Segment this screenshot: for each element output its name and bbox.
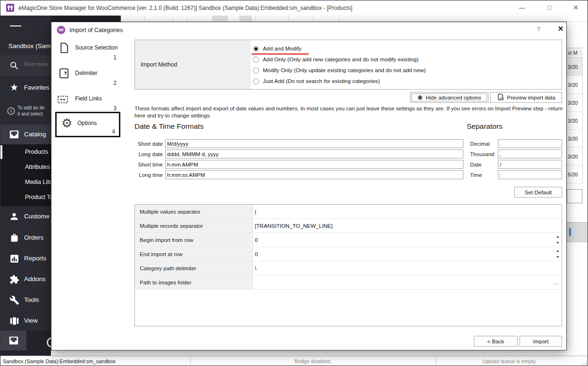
spinner-down-icon[interactable] [556,242,559,244]
status-bridge: Bridge disabled. [191,356,436,366]
sidebar-item-addons[interactable]: Addons [0,269,51,290]
preview-import-data-button[interactable]: Preview import data [490,92,562,103]
sidebar-item-products[interactable]: Products [25,149,48,155]
sidebar-bottom-bar [0,331,51,356]
time-separator-input[interactable] [498,170,562,179]
radio-icon [253,78,259,84]
radio-icon [253,57,259,63]
thousand-separator-input[interactable] [498,150,562,158]
sidebar-connection-label: Sandbox (Sam [8,42,50,50]
shopping-bag-icon [8,232,20,243]
back-button[interactable]: < Back [474,336,518,347]
sidebar-item-view[interactable]: View [0,311,51,332]
short-time-input[interactable] [165,160,463,169]
sidebar-item-product-tags[interactable]: Product Ta [25,194,51,200]
import-method-label-cell: Import Method [135,40,251,89]
step-delimiter[interactable]: Delimiter 2 [56,67,121,89]
options-description-line1: These formats affect import and export o… [134,105,564,111]
person-icon [8,211,20,222]
catalog-icon [8,129,20,140]
bar-chart-icon [8,253,20,264]
grid-column-header: st M [567,48,583,58]
spinner-up-icon[interactable] [556,250,559,252]
radio-modify-only[interactable]: Modify Only (Only update existing catego… [253,65,426,75]
dialog-logo-icon [57,25,66,36]
end-import-row-value[interactable]: 0 [255,247,258,261]
import-options-table: Multiple values separator | Multiple rec… [134,204,562,326]
grid-row[interactable]: 3/20 [567,76,582,94]
import-button[interactable]: Import [520,336,562,347]
asterisk-icon: ✱ [417,94,423,101]
hide-advanced-options-button[interactable]: ✱ Hide advanced options [410,92,488,103]
category-path-delimiter-value[interactable]: \ [255,261,256,275]
multiple-records-separator-value[interactable]: [TRANSITION_TO_NEW_LINE] [255,219,333,233]
import-categories-dialog: Import of Categories ? ✕ Source Selectio… [51,22,567,350]
radio-add-and-modify[interactable]: Add and Modify [253,43,302,54]
step-options[interactable]: ⚙ Options 4 [55,112,120,137]
time-separator-label: Time [470,172,482,178]
browse-button[interactable]: ... [553,275,558,290]
grid-row[interactable]: 3/20 [567,94,582,112]
sidebar-item-customers[interactable]: Custome [0,206,51,228]
table-row: Path to images folder ... [135,275,562,290]
sidebar-catalog-submenu: Products Attributes Media Libr Product T… [0,144,51,206]
date-separator-input[interactable] [498,160,562,169]
sidebar-item-orders[interactable]: Orders [0,228,51,249]
long-date-input[interactable] [165,150,463,158]
radio-add-only[interactable]: Add Only (Only add new categories and do… [253,54,419,65]
radio-just-add[interactable]: Just Add (Do not search for existing cat… [253,76,380,86]
table-row: Category path delimiter \ [135,261,562,275]
radio-icon [253,67,259,74]
multiple-values-separator-value[interactable]: | [255,205,256,219]
set-default-button[interactable]: Set Default [514,187,562,198]
thousand-separator-label: Thousand [470,151,495,157]
sidebar-favorites-hint: To add an ite it and select [0,100,51,123]
hamburger-menu-icon[interactable] [10,20,21,32]
status-connection: Sandbox (Sample Data):Embedded:sm_sandbo… [0,356,191,366]
dialog-close-button[interactable]: ✕ [555,25,566,33]
gear-icon: ⚙ [61,117,72,129]
sidebar-search[interactable] [0,55,51,76]
grid-row[interactable]: 3/20 [567,148,582,166]
maximize-button[interactable]: □ [538,0,560,15]
grid-row[interactable]: 3/20 [567,130,582,148]
dialog-title: Import of Categories [69,27,123,33]
puzzle-icon [8,274,20,285]
sidebar: Sandbox (Sam ★ Favorites To add an ite i… [0,16,51,356]
separators-header: Separators [467,122,503,131]
spinner-up-icon[interactable] [556,236,559,238]
title-bar: eMagicOne Store Manager for WooCommerce … [0,0,588,16]
table-row: End import at row 0 [135,247,562,261]
close-button[interactable]: ✕ [565,0,587,15]
document-icon [58,42,69,53]
datetime-formats-header: Date & Time Formats [134,122,203,131]
grid-footer-panel [567,222,588,242]
search-icon [8,60,20,71]
step-field-links[interactable]: Field Links 3 [56,92,121,115]
begin-import-row-value[interactable]: 0 [255,233,258,247]
wrench-icon [8,294,20,306]
grid-row[interactable]: 5/20 [567,166,582,183]
resize-grip[interactable] [583,361,588,366]
bottom-catalog-icon[interactable] [0,331,26,350]
sidebar-item-tools[interactable]: Tools [0,290,51,311]
spinner-down-icon[interactable] [556,256,559,258]
long-time-input[interactable] [165,170,463,179]
grid-row[interactable]: 3/20 [567,112,582,130]
sidebar-item-reports[interactable]: Reports [0,249,51,269]
sidebar-item-media-library[interactable]: Media Libr [25,179,51,185]
application-window: eMagicOne Store Manager for WooCommerce … [0,0,588,366]
step-source-selection[interactable]: Source Selection 1 [56,41,121,64]
dialog-help-button[interactable]: ? [534,25,543,33]
grid-row[interactable]: 3/20 [567,58,582,76]
sidebar-item-attributes[interactable]: Attributes [25,164,50,170]
import-method-group: Import Method Add and Modify Add Only (O… [134,40,562,90]
long-date-label: Long date [134,151,163,157]
minimize-button[interactable]: — [511,0,533,15]
search-input[interactable] [23,61,50,67]
short-date-input[interactable] [165,139,463,148]
sidebar-item-catalog[interactable]: Catalog [0,125,51,144]
status-bar: Sandbox (Sample Data):Embedded:sm_sandbo… [0,356,588,366]
decimal-separator-input[interactable] [498,139,562,148]
sidebar-item-favorites[interactable]: ★ Favorites [0,76,51,100]
